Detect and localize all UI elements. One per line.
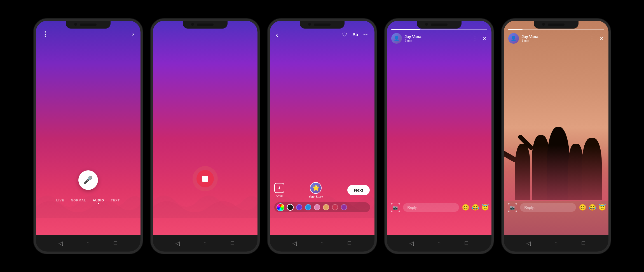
camera-icon-5[interactable]: 📷 <box>508 203 517 212</box>
viewer-time-5: 1 min <box>522 39 538 42</box>
save-label: Save <box>276 194 283 197</box>
speaker-5 <box>548 24 565 26</box>
color-pink[interactable] <box>314 204 320 210</box>
mode-audio[interactable]: AUDIO <box>93 199 104 204</box>
back-nav-icon-4[interactable]: ◁ <box>408 239 416 247</box>
close-icon[interactable]: ✕ <box>482 35 487 42</box>
emoji-row: 😊 😂 😇 <box>462 204 489 211</box>
color-purple[interactable] <box>296 204 302 210</box>
audio-record-button[interactable]: 🎤 <box>78 170 98 190</box>
camera-dot-4 <box>425 23 428 26</box>
story-bottom-bar-5: 📷 😊 😂 😇 <box>504 203 608 212</box>
text-tool-icon[interactable]: Aa <box>352 32 358 37</box>
back-button[interactable]: ‹ <box>276 31 278 39</box>
speaker-4 <box>431 24 448 26</box>
viewer-name: Jay Vana <box>405 34 421 39</box>
progress-bar-5 <box>508 29 604 30</box>
sticker-icon[interactable]: 🛡 <box>342 32 347 38</box>
emoji-row-5: 😊 😂 😇 <box>579 204 606 211</box>
home-nav-icon-4[interactable]: ○ <box>435 239 443 247</box>
your-story-avatar-inner: 🌟 <box>310 183 321 193</box>
viewer-avatar[interactable]: 👤 <box>391 33 402 44</box>
viewer-profile-left: 👤 Jay Vana 2 min <box>391 33 421 44</box>
mode-normal[interactable]: NORMAL <box>71 199 86 204</box>
back-nav-icon[interactable]: ◁ <box>57 239 65 247</box>
story-viewer-header-5: 👤 Jay Vana 1 min ⋮ ✕ <box>504 29 608 44</box>
reply-input-5[interactable] <box>520 203 576 212</box>
color-red[interactable] <box>332 204 338 210</box>
phone4-screen: 👤 Jay Vana 2 min ⋮ ✕ <box>387 21 491 235</box>
emoji-smile-5[interactable]: 😊 <box>579 204 586 211</box>
color-orange[interactable] <box>323 204 329 210</box>
speaker-3 <box>314 24 331 26</box>
back-nav-icon-2[interactable]: ◁ <box>174 239 182 247</box>
home-nav-icon-3[interactable]: ○ <box>318 239 326 247</box>
android-nav-5: ◁ ○ □ <box>504 235 608 252</box>
emoji-angel-5[interactable]: 😇 <box>598 204 606 211</box>
emoji-laugh[interactable]: 😂 <box>472 204 479 211</box>
reply-input[interactable] <box>403 203 459 212</box>
back-nav-icon-5[interactable]: ◁ <box>524 239 533 247</box>
save-button[interactable]: ⬇ Save <box>274 183 284 197</box>
phone-3: ‹ 🛡 Aa 〰 ⬇ Save <box>268 18 377 254</box>
android-nav-3: ◁ ○ □ <box>270 235 374 252</box>
audio-button-container: 🎤 <box>78 170 98 190</box>
phone1-header: ⋮ › <box>36 31 140 38</box>
viewer-time: 2 min <box>405 39 421 42</box>
mode-live[interactable]: LIVE <box>56 199 64 204</box>
more-options-icon-5[interactable]: ⋮ <box>589 35 595 42</box>
android-nav-2: ◁ ○ □ <box>153 235 257 252</box>
next-button[interactable]: Next <box>347 185 370 195</box>
progress-fill <box>391 29 420 30</box>
emoji-smile[interactable]: 😊 <box>462 204 469 211</box>
more-options-icon[interactable]: ⋮ <box>472 35 478 42</box>
phone2-screen <box>153 21 257 235</box>
close-icon-5[interactable]: ✕ <box>599 35 604 42</box>
your-story-avatar: 🌟 <box>310 182 322 194</box>
viewer-profile-left-5: 👤 Jay Vana 1 min <box>508 33 538 44</box>
color-violet[interactable] <box>341 204 347 210</box>
phone3-screen: ‹ 🛡 Aa 〰 ⬇ Save <box>270 21 374 235</box>
color-palette-icon[interactable] <box>277 203 284 211</box>
color-blue[interactable] <box>305 204 311 210</box>
phones-container: ⋮ › 🎤 LIVE NORMAL AUDIO TEXT ◁ ○ <box>34 18 611 254</box>
story-header-right: 🛡 Aa 〰 <box>342 32 368 38</box>
menu-dots-icon[interactable]: ⋮ <box>42 31 48 38</box>
recents-nav-icon-4[interactable]: □ <box>462 239 471 247</box>
camera-icon[interactable]: 📷 <box>391 203 400 212</box>
phone5-screen: 👤 Jay Vana 1 min ⋮ ✕ <box>504 21 608 235</box>
mode-text[interactable]: TEXT <box>111 199 120 204</box>
viewer-info-5: Jay Vana 1 min <box>522 34 538 42</box>
color-black[interactable] <box>287 204 293 210</box>
home-nav-icon[interactable]: ○ <box>84 239 92 247</box>
your-story-label: Your Story <box>309 195 323 198</box>
phone-2: ◁ ○ □ <box>151 18 260 254</box>
draw-tool-icon[interactable]: 〰 <box>363 32 368 38</box>
camera-dot-3 <box>308 23 311 26</box>
viewer-actions-5: ⋮ ✕ <box>589 35 604 42</box>
save-icon: ⬇ <box>274 183 284 193</box>
recents-nav-icon-5[interactable]: □ <box>579 239 588 247</box>
story-bottom-bar-4: 📷 😊 😂 😇 <box>387 203 491 212</box>
viewer-info: Jay Vana 2 min <box>405 34 421 42</box>
your-story-button[interactable]: 🌟 Your Story <box>309 182 323 198</box>
record-button[interactable] <box>196 170 214 187</box>
phone-5: 👤 Jay Vana 1 min ⋮ ✕ <box>502 18 611 254</box>
microphone-icon: 🎤 <box>83 175 93 185</box>
recents-nav-icon-2[interactable]: □ <box>228 239 237 247</box>
viewer-avatar-5[interactable]: 👤 <box>508 33 519 44</box>
gradient-overlay <box>504 145 608 201</box>
recents-nav-icon[interactable]: □ <box>111 239 120 247</box>
progress-fill-5 <box>508 29 523 30</box>
forward-icon[interactable]: › <box>132 31 134 38</box>
phone-4: 👤 Jay Vana 2 min ⋮ ✕ <box>385 18 494 254</box>
color-picker[interactable] <box>274 202 370 212</box>
home-nav-icon-5[interactable]: ○ <box>552 239 560 247</box>
back-nav-icon-3[interactable]: ◁ <box>291 239 299 247</box>
home-nav-icon-2[interactable]: ○ <box>201 239 209 247</box>
story-viewer-header: 👤 Jay Vana 2 min ⋮ ✕ <box>387 29 491 44</box>
viewer-actions: ⋮ ✕ <box>472 35 487 42</box>
emoji-angel[interactable]: 😇 <box>481 204 489 211</box>
recents-nav-icon-3[interactable]: □ <box>345 239 354 247</box>
emoji-laugh-5[interactable]: 😂 <box>589 204 596 211</box>
